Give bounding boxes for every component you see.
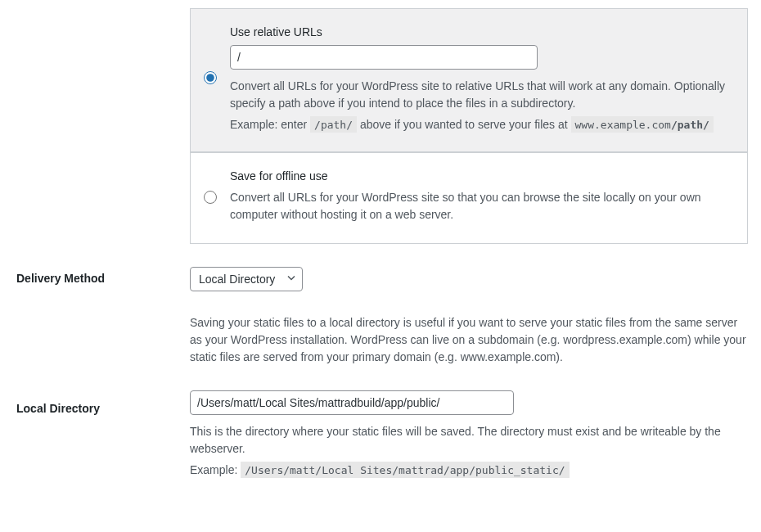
radio-offline-use[interactable] [204, 191, 217, 204]
url-options-row: Use relative URLs Convert all URLs for y… [0, 0, 761, 244]
offline-desc: Convert all URLs for your WordPress site… [230, 189, 727, 223]
delivery-method-label: Delivery Method [16, 272, 105, 285]
delivery-desc: Saving your static files to a local dire… [190, 314, 748, 366]
local-directory-row: Local Directory This is the directory wh… [0, 382, 761, 480]
relative-example: Example: enter /path/ above if you wante… [230, 115, 727, 135]
delivery-method-row: Delivery Method Local Directory Saving y… [0, 244, 761, 382]
option-relative-urls[interactable]: Use relative URLs Convert all URLs for y… [190, 8, 748, 152]
local-directory-input[interactable] [190, 390, 514, 415]
option-relative-title: Use relative URLs [230, 25, 727, 38]
settings-form: Use relative URLs Convert all URLs for y… [0, 0, 761, 480]
option-offline-use[interactable]: Save for offline use Convert all URLs fo… [190, 152, 748, 244]
relative-desc: Convert all URLs for your WordPress site… [230, 78, 727, 112]
local-directory-desc: This is the directory where your static … [190, 423, 748, 458]
example-code-dir: /Users/matt/Local Sites/mattrad/app/publ… [241, 462, 569, 478]
example-code-path: /path/ [310, 116, 357, 133]
delivery-method-select[interactable]: Local Directory [190, 267, 303, 291]
example-code-domain: www.example.com/path/ [571, 116, 714, 133]
relative-path-input[interactable] [230, 45, 538, 70]
radio-relative-urls[interactable] [204, 71, 217, 84]
option-offline-title: Save for offline use [230, 169, 727, 183]
local-directory-example: Example: /Users/matt/Local Sites/mattrad… [190, 461, 748, 480]
local-directory-label: Local Directory [16, 402, 100, 415]
delivery-method-select-wrap: Local Directory [190, 267, 303, 291]
